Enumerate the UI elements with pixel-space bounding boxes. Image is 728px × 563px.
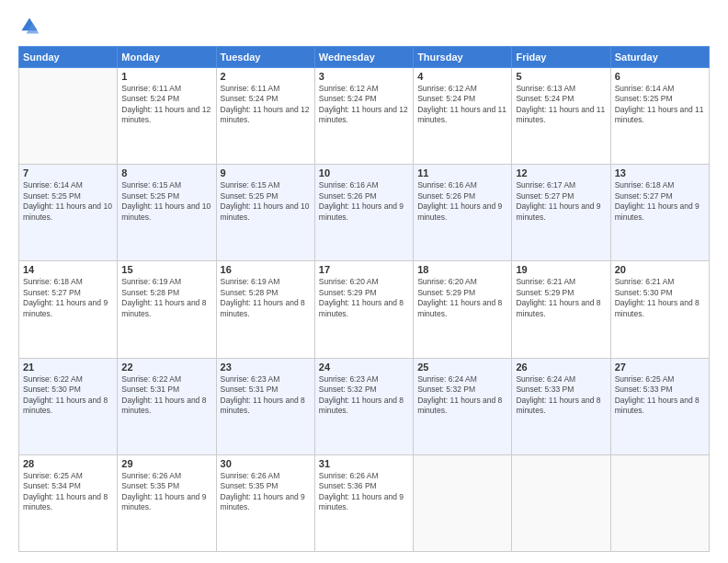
calendar-week-row: 14Sunrise: 6:18 AMSunset: 5:27 PMDayligh… bbox=[19, 261, 710, 358]
cell-sun-info: Sunrise: 6:16 AMSunset: 5:26 PMDaylight:… bbox=[319, 180, 409, 223]
calendar-week-row: 28Sunrise: 6:25 AMSunset: 5:34 PMDayligh… bbox=[19, 454, 710, 551]
cell-sun-info: Sunrise: 6:24 AMSunset: 5:32 PMDaylight:… bbox=[417, 374, 507, 417]
header bbox=[18, 15, 710, 37]
calendar-cell: 9Sunrise: 6:15 AMSunset: 5:25 PMDaylight… bbox=[216, 165, 314, 261]
calendar-cell: 30Sunrise: 6:26 AMSunset: 5:35 PMDayligh… bbox=[216, 454, 314, 551]
calendar-cell: 5Sunrise: 6:13 AMSunset: 5:24 PMDaylight… bbox=[512, 68, 610, 165]
cell-sun-info: Sunrise: 6:12 AMSunset: 5:24 PMDaylight:… bbox=[417, 84, 507, 126]
day-number: 6 bbox=[615, 71, 705, 82]
cell-sun-info: Sunrise: 6:21 AMSunset: 5:29 PMDaylight:… bbox=[516, 277, 606, 319]
calendar-cell: 27Sunrise: 6:25 AMSunset: 5:33 PMDayligh… bbox=[610, 358, 709, 454]
calendar-cell: 26Sunrise: 6:24 AMSunset: 5:33 PMDayligh… bbox=[512, 358, 610, 454]
calendar-table: SundayMondayTuesdayWednesdayThursdayFrid… bbox=[18, 46, 710, 552]
cell-sun-info: Sunrise: 6:18 AMSunset: 5:27 PMDaylight:… bbox=[615, 180, 705, 223]
calendar-day-header: Tuesday bbox=[216, 47, 314, 68]
cell-sun-info: Sunrise: 6:19 AMSunset: 5:28 PMDaylight:… bbox=[121, 277, 211, 319]
day-number: 31 bbox=[319, 458, 409, 469]
calendar-cell: 31Sunrise: 6:26 AMSunset: 5:36 PMDayligh… bbox=[314, 454, 413, 551]
day-number: 12 bbox=[516, 167, 606, 178]
calendar-cell bbox=[414, 454, 512, 551]
calendar-cell: 6Sunrise: 6:14 AMSunset: 5:25 PMDaylight… bbox=[610, 68, 709, 165]
cell-sun-info: Sunrise: 6:25 AMSunset: 5:34 PMDaylight:… bbox=[23, 471, 113, 513]
cell-sun-info: Sunrise: 6:26 AMSunset: 5:35 PMDaylight:… bbox=[121, 471, 211, 513]
day-number: 24 bbox=[319, 362, 409, 373]
day-number: 14 bbox=[23, 264, 113, 275]
day-number: 15 bbox=[121, 264, 211, 275]
cell-sun-info: Sunrise: 6:11 AMSunset: 5:24 PMDaylight:… bbox=[121, 84, 211, 126]
day-number: 8 bbox=[121, 167, 211, 178]
calendar-cell: 28Sunrise: 6:25 AMSunset: 5:34 PMDayligh… bbox=[19, 454, 118, 551]
calendar-cell: 22Sunrise: 6:22 AMSunset: 5:31 PMDayligh… bbox=[118, 358, 216, 454]
day-number: 7 bbox=[23, 167, 113, 178]
calendar-cell: 18Sunrise: 6:20 AMSunset: 5:29 PMDayligh… bbox=[414, 261, 512, 358]
day-number: 21 bbox=[23, 362, 113, 373]
cell-sun-info: Sunrise: 6:25 AMSunset: 5:33 PMDaylight:… bbox=[615, 374, 705, 417]
calendar-day-header: Monday bbox=[118, 47, 216, 68]
calendar-header-row: SundayMondayTuesdayWednesdayThursdayFrid… bbox=[19, 47, 710, 68]
day-number: 23 bbox=[221, 362, 311, 373]
day-number: 19 bbox=[516, 264, 606, 275]
calendar-cell bbox=[512, 454, 610, 551]
day-number: 26 bbox=[516, 362, 606, 373]
day-number: 5 bbox=[516, 71, 606, 82]
calendar-cell: 16Sunrise: 6:19 AMSunset: 5:28 PMDayligh… bbox=[216, 261, 314, 358]
day-number: 29 bbox=[121, 458, 211, 469]
cell-sun-info: Sunrise: 6:22 AMSunset: 5:30 PMDaylight:… bbox=[23, 374, 113, 417]
logo-icon bbox=[18, 15, 40, 37]
calendar-cell: 29Sunrise: 6:26 AMSunset: 5:35 PMDayligh… bbox=[118, 454, 216, 551]
calendar-cell: 12Sunrise: 6:17 AMSunset: 5:27 PMDayligh… bbox=[512, 165, 610, 261]
page: SundayMondayTuesdayWednesdayThursdayFrid… bbox=[0, 0, 728, 563]
day-number: 27 bbox=[615, 362, 705, 373]
calendar-cell: 20Sunrise: 6:21 AMSunset: 5:30 PMDayligh… bbox=[610, 261, 709, 358]
cell-sun-info: Sunrise: 6:23 AMSunset: 5:32 PMDaylight:… bbox=[319, 374, 409, 417]
calendar-cell: 15Sunrise: 6:19 AMSunset: 5:28 PMDayligh… bbox=[118, 261, 216, 358]
day-number: 2 bbox=[221, 71, 311, 82]
cell-sun-info: Sunrise: 6:15 AMSunset: 5:25 PMDaylight:… bbox=[221, 180, 311, 223]
calendar-day-header: Sunday bbox=[19, 47, 118, 68]
calendar-cell: 2Sunrise: 6:11 AMSunset: 5:24 PMDaylight… bbox=[216, 68, 314, 165]
calendar-day-header: Wednesday bbox=[314, 47, 413, 68]
calendar-day-header: Thursday bbox=[414, 47, 512, 68]
calendar-cell: 17Sunrise: 6:20 AMSunset: 5:29 PMDayligh… bbox=[314, 261, 413, 358]
calendar-cell: 3Sunrise: 6:12 AMSunset: 5:24 PMDaylight… bbox=[314, 68, 413, 165]
day-number: 11 bbox=[417, 167, 507, 178]
calendar-cell: 4Sunrise: 6:12 AMSunset: 5:24 PMDaylight… bbox=[414, 68, 512, 165]
day-number: 9 bbox=[221, 167, 311, 178]
day-number: 20 bbox=[615, 264, 705, 275]
cell-sun-info: Sunrise: 6:15 AMSunset: 5:25 PMDaylight:… bbox=[121, 180, 211, 223]
day-number: 16 bbox=[221, 264, 311, 275]
day-number: 4 bbox=[417, 71, 507, 82]
calendar-cell: 25Sunrise: 6:24 AMSunset: 5:32 PMDayligh… bbox=[414, 358, 512, 454]
cell-sun-info: Sunrise: 6:26 AMSunset: 5:35 PMDaylight:… bbox=[221, 471, 311, 513]
calendar-cell: 1Sunrise: 6:11 AMSunset: 5:24 PMDaylight… bbox=[118, 68, 216, 165]
cell-sun-info: Sunrise: 6:12 AMSunset: 5:24 PMDaylight:… bbox=[319, 84, 409, 126]
calendar-cell: 21Sunrise: 6:22 AMSunset: 5:30 PMDayligh… bbox=[19, 358, 118, 454]
logo bbox=[18, 15, 44, 37]
cell-sun-info: Sunrise: 6:20 AMSunset: 5:29 PMDaylight:… bbox=[319, 277, 409, 319]
cell-sun-info: Sunrise: 6:14 AMSunset: 5:25 PMDaylight:… bbox=[23, 180, 113, 223]
day-number: 28 bbox=[23, 458, 113, 469]
cell-sun-info: Sunrise: 6:19 AMSunset: 5:28 PMDaylight:… bbox=[221, 277, 311, 319]
cell-sun-info: Sunrise: 6:16 AMSunset: 5:26 PMDaylight:… bbox=[417, 180, 507, 223]
day-number: 13 bbox=[615, 167, 705, 178]
day-number: 18 bbox=[417, 264, 507, 275]
day-number: 17 bbox=[319, 264, 409, 275]
calendar-cell: 23Sunrise: 6:23 AMSunset: 5:31 PMDayligh… bbox=[216, 358, 314, 454]
cell-sun-info: Sunrise: 6:20 AMSunset: 5:29 PMDaylight:… bbox=[417, 277, 507, 319]
calendar-cell bbox=[610, 454, 709, 551]
cell-sun-info: Sunrise: 6:24 AMSunset: 5:33 PMDaylight:… bbox=[516, 374, 606, 417]
cell-sun-info: Sunrise: 6:21 AMSunset: 5:30 PMDaylight:… bbox=[615, 277, 705, 319]
day-number: 1 bbox=[121, 71, 211, 82]
calendar-week-row: 21Sunrise: 6:22 AMSunset: 5:30 PMDayligh… bbox=[19, 358, 710, 454]
day-number: 22 bbox=[121, 362, 211, 373]
calendar-day-header: Friday bbox=[512, 47, 610, 68]
calendar-cell: 19Sunrise: 6:21 AMSunset: 5:29 PMDayligh… bbox=[512, 261, 610, 358]
calendar-cell: 7Sunrise: 6:14 AMSunset: 5:25 PMDaylight… bbox=[19, 165, 118, 261]
calendar-cell bbox=[19, 68, 118, 165]
day-number: 10 bbox=[319, 167, 409, 178]
cell-sun-info: Sunrise: 6:17 AMSunset: 5:27 PMDaylight:… bbox=[516, 180, 606, 223]
cell-sun-info: Sunrise: 6:22 AMSunset: 5:31 PMDaylight:… bbox=[121, 374, 211, 417]
calendar-cell: 10Sunrise: 6:16 AMSunset: 5:26 PMDayligh… bbox=[314, 165, 413, 261]
calendar-cell: 13Sunrise: 6:18 AMSunset: 5:27 PMDayligh… bbox=[610, 165, 709, 261]
day-number: 30 bbox=[221, 458, 311, 469]
